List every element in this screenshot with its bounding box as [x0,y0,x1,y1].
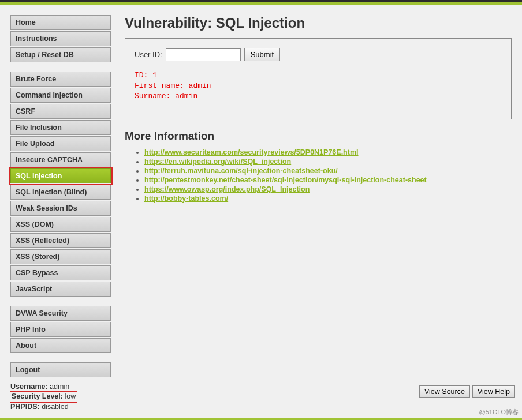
query-output: ID: 1 First name: admin Surname: admin [135,70,502,102]
sidebar-item-command-injection[interactable]: Command Injection [10,88,111,103]
menu-group-meta: DVWA SecurityPHP InfoAbout [10,306,111,354]
sidebar-item-php-info[interactable]: PHP Info [10,322,111,337]
sidebar-item-file-upload[interactable]: File Upload [10,136,111,151]
username-label: Username: [10,382,48,391]
user-id-form: User ID: Submit [135,48,502,61]
layout: HomeInstructionsSetup / Reset DB Brute F… [0,5,522,397]
view-help-button[interactable]: View Help [472,385,515,398]
info-link[interactable]: https://en.wikipedia.org/wiki/SQL_inject… [144,158,291,166]
sidebar-item-javascript[interactable]: JavaScript [10,282,111,297]
sidebar-item-weak-session-ids[interactable]: Weak Session IDs [10,201,111,216]
info-link[interactable]: http://bobby-tables.com/ [144,194,228,202]
sidebar-item-brute-force[interactable]: Brute Force [10,72,111,87]
sidebar-item-setup-reset-db[interactable]: Setup / Reset DB [10,47,111,62]
sidebar-item-xss-dom[interactable]: XSS (DOM) [10,217,111,232]
view-source-button[interactable]: View Source [419,385,470,398]
info-link[interactable]: http://pentestmonkey.net/cheat-sheet/sql… [144,176,427,184]
watermark-text: @51CTO博客 [479,408,519,417]
info-link-item: http://ferruh.mavituna.com/sql-injection… [144,167,512,175]
sidebar-item-csrf[interactable]: CSRF [10,104,111,119]
sidebar-item-insecure-captcha[interactable]: Insecure CAPTCHA [10,152,111,167]
sidebar-item-csp-bypass[interactable]: CSP Bypass [10,265,111,280]
sidebar-item-sql-injection-blind[interactable]: SQL Injection (Blind) [10,185,111,200]
menu-group-main: HomeInstructionsSetup / Reset DB [10,15,111,63]
sidebar: HomeInstructionsSetup / Reset DB Brute F… [10,15,111,387]
sidebar-item-home[interactable]: Home [10,15,111,30]
sidebar-item-logout[interactable]: Logout [10,362,111,377]
info-link-item: http://www.securiteam.com/securityreview… [144,148,512,156]
info-link-item: http://bobby-tables.com/ [144,194,512,202]
sidebar-item-xss-stored[interactable]: XSS (Stored) [10,249,111,264]
info-link[interactable]: https://www.owasp.org/index.php/SQL_Inje… [144,185,310,193]
action-buttons: View Source View Help [419,385,515,398]
main-content: Vulnerability: SQL Injection User ID: Su… [125,15,512,204]
vulnerability-panel: User ID: Submit ID: 1 First name: admin … [125,38,512,119]
info-link[interactable]: http://www.securiteam.com/securityreview… [144,148,359,156]
info-link-item: https://www.owasp.org/index.php/SQL_Inje… [144,185,512,193]
more-info-heading: More Information [125,130,512,142]
info-link-item: http://pentestmonkey.net/cheat-sheet/sql… [144,176,512,184]
page-title: Vulnerability: SQL Injection [125,15,512,31]
sidebar-item-dvwa-security[interactable]: DVWA Security [10,306,111,321]
phpids-value: disabled [42,403,69,411]
security-level-label: Security Level: [12,392,63,400]
sidebar-item-xss-reflected[interactable]: XSS (Reflected) [10,233,111,248]
user-id-label: User ID: [135,50,162,59]
menu-group-logout: Logout [10,362,111,378]
phpids-label: PHPIDS: [10,403,40,411]
sidebar-item-instructions[interactable]: Instructions [10,31,111,46]
username-value: admin [50,382,69,391]
menu-group-vulns: Brute ForceCommand InjectionCSRFFile Inc… [10,72,111,298]
submit-button[interactable]: Submit [244,48,280,61]
footer-security-row: Security Level: low [10,392,77,402]
info-links-list: http://www.securiteam.com/securityreview… [125,148,512,202]
sidebar-item-file-inclusion[interactable]: File Inclusion [10,120,111,135]
footer-username-row: Username: admin [10,382,77,392]
footer-status: Username: admin Security Level: low PHPI… [10,382,77,412]
info-link-item: https://en.wikipedia.org/wiki/SQL_inject… [144,158,512,166]
user-id-input[interactable] [166,48,241,61]
sidebar-item-about[interactable]: About [10,338,111,353]
bottom-bar-green [0,418,522,420]
security-level-value: low [65,392,76,400]
info-link[interactable]: http://ferruh.mavituna.com/sql-injection… [144,167,338,175]
sidebar-item-sql-injection[interactable]: SQL Injection [10,168,111,183]
footer-phpids-row: PHPIDS: disabled [10,402,77,412]
